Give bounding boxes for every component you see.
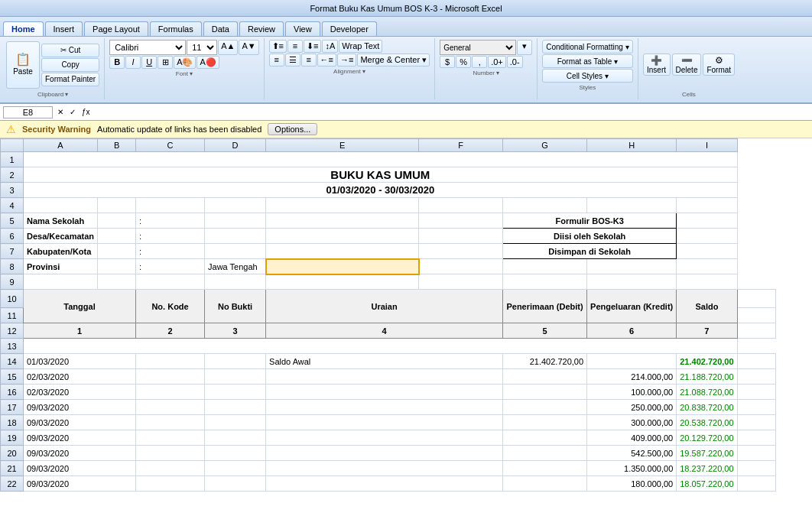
- font-size-select[interactable]: 11: [187, 40, 217, 55]
- col-uraian[interactable]: Uraian: [266, 290, 503, 323]
- col-header-e[interactable]: E: [266, 139, 419, 152]
- col-num-5[interactable]: 5: [503, 323, 587, 339]
- col-header-d[interactable]: D: [205, 139, 266, 152]
- cell-14-penerimaan[interactable]: 21.402.720,00: [503, 354, 587, 369]
- font-grow-button[interactable]: A▲: [218, 40, 238, 55]
- cell-15-d[interactable]: [205, 369, 266, 385]
- align-left-button[interactable]: ≡: [269, 54, 284, 67]
- cell-16-pengeluaran[interactable]: 100.000,00: [587, 385, 677, 400]
- cell-9-i[interactable]: [677, 274, 737, 290]
- cell-5-c[interactable]: :: [136, 213, 205, 229]
- cell-19-penerimaan[interactable]: [503, 430, 587, 446]
- cell-9-a[interactable]: [24, 274, 98, 290]
- cell-19-c[interactable]: [136, 430, 205, 446]
- cell-6-i[interactable]: [677, 229, 737, 244]
- cell-14-uraian[interactable]: Saldo Awal: [266, 354, 503, 369]
- italic-button[interactable]: I: [125, 56, 141, 69]
- align-top-button[interactable]: ⬆≡: [269, 40, 287, 53]
- number-format-select[interactable]: General: [440, 40, 516, 55]
- cell-4-i[interactable]: [677, 198, 737, 213]
- cell-20-tanggal[interactable]: 09/03/2020: [24, 446, 136, 461]
- cell-14-tanggal[interactable]: 01/03/2020: [24, 354, 136, 369]
- cell-19-saldo[interactable]: 20.129.720,00: [677, 430, 737, 446]
- cell-15-tanggal[interactable]: 02/03/2020: [24, 369, 136, 385]
- cell-7-a[interactable]: Kabupaten/Kota: [24, 244, 98, 259]
- wrap-text-button[interactable]: Wrap Text: [339, 40, 382, 53]
- col-num-1[interactable]: 1: [24, 323, 136, 339]
- cell-19-i[interactable]: [737, 430, 775, 446]
- cell-19-uraian[interactable]: [266, 430, 503, 446]
- cell-styles-button[interactable]: Cell Styles ▾: [542, 69, 632, 83]
- tab-insert[interactable]: Insert: [45, 21, 83, 36]
- cell-21-d[interactable]: [205, 461, 266, 476]
- cell-15-pengeluaran[interactable]: 214.000,00: [587, 369, 677, 385]
- cell-6-d[interactable]: [205, 229, 266, 244]
- cell-21-pengeluaran[interactable]: 1.350.000,00: [587, 461, 677, 476]
- cell-16-d[interactable]: [205, 385, 266, 400]
- cell-18-c[interactable]: [136, 415, 205, 430]
- cell-18-saldo[interactable]: 20.538.720,00: [677, 415, 737, 430]
- formula-cancel-btn[interactable]: ✕: [56, 108, 65, 116]
- cell-12-i[interactable]: [737, 323, 775, 339]
- cell-8-h[interactable]: [587, 259, 677, 274]
- cell-15-penerimaan[interactable]: [503, 369, 587, 385]
- col-no-kode[interactable]: No. Kode: [136, 290, 205, 323]
- cell-ref-input[interactable]: [3, 106, 53, 118]
- cell-14-pengeluaran[interactable]: [587, 354, 677, 369]
- fill-color-button[interactable]: A🎨: [174, 56, 196, 69]
- cell-16-penerimaan[interactable]: [503, 385, 587, 400]
- cell-4-b[interactable]: [98, 198, 136, 213]
- cell-16-uraian[interactable]: [266, 385, 503, 400]
- col-tanggal[interactable]: Tanggal: [24, 290, 136, 323]
- cell-20-d[interactable]: [205, 446, 266, 461]
- cell-4-f[interactable]: [419, 198, 503, 213]
- cell-14-i[interactable]: [737, 354, 775, 369]
- cell-5-f[interactable]: [419, 213, 503, 229]
- underline-button[interactable]: U: [141, 56, 157, 69]
- indent-inc-button[interactable]: →≡: [337, 54, 356, 67]
- cell-7-d[interactable]: [205, 244, 266, 259]
- cell-20-penerimaan[interactable]: [503, 446, 587, 461]
- currency-button[interactable]: $: [440, 56, 455, 68]
- cell-18-pengeluaran[interactable]: 300.000,00: [587, 415, 677, 430]
- cell-15-saldo[interactable]: 21.188.720,00: [677, 369, 737, 385]
- cell-7-e[interactable]: [266, 244, 419, 259]
- col-num-4[interactable]: 4: [266, 323, 503, 339]
- format-painter-button[interactable]: Format Painter: [41, 73, 99, 86]
- cell-18-penerimaan[interactable]: [503, 415, 587, 430]
- col-num-3[interactable]: 3: [205, 323, 266, 339]
- cell-8-b[interactable]: [98, 259, 136, 274]
- col-header-g[interactable]: G: [503, 139, 587, 152]
- paste-button[interactable]: 📋 Paste: [6, 41, 40, 89]
- tab-page-layout[interactable]: Page Layout: [84, 21, 148, 36]
- formula-confirm-btn[interactable]: ✓: [68, 108, 77, 116]
- cell-22-pengeluaran[interactable]: 180.000,00: [587, 476, 677, 492]
- cell-7-b[interactable]: [98, 244, 136, 259]
- spreadsheet-container[interactable]: A B C D E F G H I 1 2 BUKU KAS UMUM: [0, 138, 812, 514]
- cell-7-i[interactable]: [677, 244, 737, 259]
- cell-21-tanggal[interactable]: 09/03/2020: [24, 461, 136, 476]
- col-pengeluaran[interactable]: Pengeluaran (Kredit): [587, 290, 677, 323]
- delete-button[interactable]: ➖ Delete: [672, 54, 702, 76]
- align-right-button[interactable]: ≡: [301, 54, 317, 67]
- col-header-a[interactable]: A: [24, 139, 98, 152]
- cell-15-uraian[interactable]: [266, 369, 503, 385]
- col-num-7[interactable]: 7: [677, 323, 737, 339]
- cell-17-saldo[interactable]: 20.838.720,00: [677, 400, 737, 415]
- cell-21-saldo[interactable]: 18.237.220,00: [677, 461, 737, 476]
- tab-view[interactable]: View: [285, 21, 320, 36]
- cell-18-tanggal[interactable]: 09/03/2020: [24, 415, 136, 430]
- cell-5-d[interactable]: [205, 213, 266, 229]
- cell-8-c[interactable]: :: [136, 259, 205, 274]
- main-subtitle[interactable]: 01/03/2020 - 30/03/2020: [24, 183, 738, 198]
- cell-4-d[interactable]: [205, 198, 266, 213]
- col-header-c[interactable]: C: [136, 139, 205, 152]
- cell-6-fg[interactable]: Diisi oleh Sekolah: [503, 229, 677, 244]
- font-color-button[interactable]: A🔴: [197, 56, 219, 69]
- cell-9-h[interactable]: [587, 274, 677, 290]
- col-header-f[interactable]: F: [419, 139, 503, 152]
- formula-input[interactable]: [95, 108, 809, 117]
- tab-review[interactable]: Review: [239, 21, 284, 36]
- border-button[interactable]: ⊞: [158, 56, 173, 69]
- cell-4-h[interactable]: [587, 198, 677, 213]
